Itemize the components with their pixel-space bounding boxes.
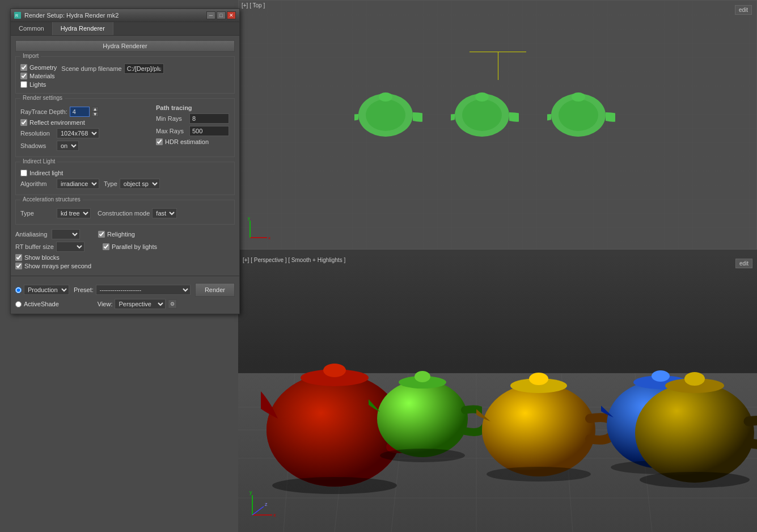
dialog-window-controls: ─ □ ✕ [206, 11, 236, 19]
antialiasing-label: Antialiasing [15, 231, 49, 238]
minimize-button[interactable]: ─ [206, 11, 215, 19]
render-settings-two-col: RayTrace Depth: ▲ ▼ Reflect environment [20, 104, 230, 153]
tab-bar: Common Hydra Renderer [11, 22, 239, 36]
svg-point-33 [380, 449, 465, 462]
view-row: View: Perspective ⚙ [98, 299, 177, 309]
scene-dump-input[interactable] [124, 64, 164, 74]
show-mrays-checkbox[interactable] [15, 263, 22, 269]
scene-dump-label: Scene dump filename [61, 65, 121, 72]
reflect-env-checkbox[interactable] [20, 119, 27, 126]
accel-group-content: Type kd tree Construction mode fast [20, 204, 230, 218]
activeshade-label: ActiveShade [24, 301, 59, 307]
construction-mode-label: Construction mode [98, 210, 150, 217]
shadows-row: Shadows on [20, 141, 149, 151]
antialiasing-relighting-row: Antialiasing Relighting [15, 229, 235, 239]
view-label: View: [98, 301, 113, 307]
lights-checkbox-row: Lights [20, 81, 57, 88]
production-radio-row: Production [15, 285, 69, 295]
render-setup-dialog: R Render Setup: Hydra Render mk2 ─ □ ✕ C… [10, 9, 240, 314]
lights-checkbox[interactable] [20, 81, 27, 88]
view-select[interactable]: Perspective [115, 299, 166, 309]
indirect-light-group: Indirect Light Indirect light Algorithm … [15, 162, 235, 195]
preset-label: Preset: [74, 286, 94, 293]
svg-point-44 [684, 372, 705, 386]
indirect-light-label: Indirect light [29, 170, 63, 176]
geometry-label: Geometry [29, 64, 57, 71]
shadows-select[interactable]: on [57, 141, 79, 151]
construction-mode-select[interactable]: fast [152, 208, 177, 218]
viewport-top-label: [+] [ Top ] [242, 2, 265, 9]
production-radio[interactable] [15, 287, 22, 293]
svg-point-36 [529, 373, 548, 385]
render-settings-group: Render settings RayTrace Depth: ▲ ▼ [15, 98, 235, 157]
indirect-light-checkbox[interactable] [20, 170, 27, 176]
type-il-select[interactable]: object sp [120, 179, 160, 189]
rt-buffer-label: RT buffer size [15, 243, 54, 250]
show-blocks-label: Show blocks [24, 254, 60, 261]
raytrace-depth-up[interactable]: ▲ [92, 107, 99, 112]
algorithm-row: Algorithm irradiance Type object sp [20, 179, 230, 189]
maximize-button[interactable]: □ [217, 11, 226, 19]
indirect-light-content: Indirect light Algorithm irradiance Type… [20, 166, 230, 189]
raytrace-depth-down[interactable]: ▼ [92, 112, 99, 117]
hdr-estimation-checkbox[interactable] [156, 138, 163, 145]
materials-checkbox[interactable] [20, 73, 27, 79]
production-select[interactable]: Production [24, 285, 69, 295]
svg-point-28 [323, 364, 346, 377]
min-rays-label: Min Rays [156, 115, 187, 122]
yellow-teapot [476, 333, 612, 487]
geometry-checkbox[interactable] [20, 64, 27, 71]
relighting-checkbox-row: Relighting [98, 231, 135, 238]
min-rays-input[interactable] [189, 113, 229, 124]
svg-text:x: x [268, 235, 270, 240]
view-options-button[interactable]: ⚙ [168, 299, 177, 309]
tab-common[interactable]: Common [11, 22, 53, 35]
parallel-lights-label: Parallel by lights [112, 243, 157, 250]
antialiasing-select[interactable] [52, 229, 80, 239]
svg-point-3 [366, 99, 405, 131]
materials-label: Materials [29, 73, 55, 79]
perspective-scene: [+] [ Perspective ] [ Smooth + Highlight… [238, 254, 757, 532]
import-group-content: Geometry Materials Lights Scene dump fil… [20, 60, 230, 90]
svg-point-9 [559, 99, 598, 131]
green-teapot [369, 339, 482, 464]
render-button[interactable]: Render [195, 283, 235, 297]
parallel-lights-checkbox[interactable] [103, 243, 109, 250]
max-rays-input[interactable] [189, 126, 229, 136]
yellow-dark-teapot [632, 333, 757, 492]
resolution-select[interactable]: 1024x768 [57, 128, 99, 138]
activeshade-radio[interactable] [15, 301, 22, 307]
reflect-env-label: Reflect environment [29, 119, 85, 126]
svg-text:y: y [249, 489, 252, 495]
rt-buffer-select[interactable] [56, 242, 84, 252]
close-button[interactable]: ✕ [227, 11, 236, 19]
render-settings-content: RayTrace Depth: ▲ ▼ Reflect environment [20, 102, 230, 153]
accel-type-select[interactable]: kd tree [57, 208, 91, 218]
svg-text:R: R [15, 14, 18, 18]
bottom-row-2: ActiveShade View: Perspective ⚙ [15, 299, 235, 309]
show-blocks-checkbox[interactable] [15, 254, 22, 261]
algorithm-label: Algorithm [20, 180, 54, 187]
viewport-top-edit-btn[interactable]: edit [735, 5, 752, 15]
raytrace-depth-row: RayTrace Depth: ▲ ▼ [20, 107, 149, 117]
min-rays-row: Min Rays [156, 113, 230, 124]
materials-checkbox-row: Materials [20, 73, 57, 79]
preset-select[interactable]: -------------------- [96, 285, 191, 295]
algorithm-select[interactable]: irradiance [57, 179, 99, 189]
viewport-divider[interactable] [238, 250, 757, 254]
axis-gizmo-top: x y [244, 215, 273, 243]
viewport-bottom-edit-btn[interactable]: edit [735, 259, 752, 268]
import-group-label: Import [20, 53, 41, 59]
accel-type-row: Type kd tree Construction mode fast [20, 208, 230, 218]
panel-header: Hydra Renderer [15, 40, 235, 52]
geometry-checkbox-row: Geometry [20, 64, 57, 71]
svg-text:x: x [273, 512, 276, 518]
show-mrays-label: Show mrays per second [24, 263, 91, 269]
relighting-checkbox[interactable] [98, 231, 105, 238]
tab-hydra-renderer[interactable]: Hydra Renderer [53, 22, 113, 35]
activeshade-radio-row: ActiveShade [15, 301, 59, 307]
raytrace-depth-input[interactable] [70, 107, 90, 117]
svg-text:z: z [265, 501, 268, 507]
bottom-bar: Production Preset: -------------------- … [11, 276, 239, 314]
svg-point-37 [487, 467, 591, 482]
